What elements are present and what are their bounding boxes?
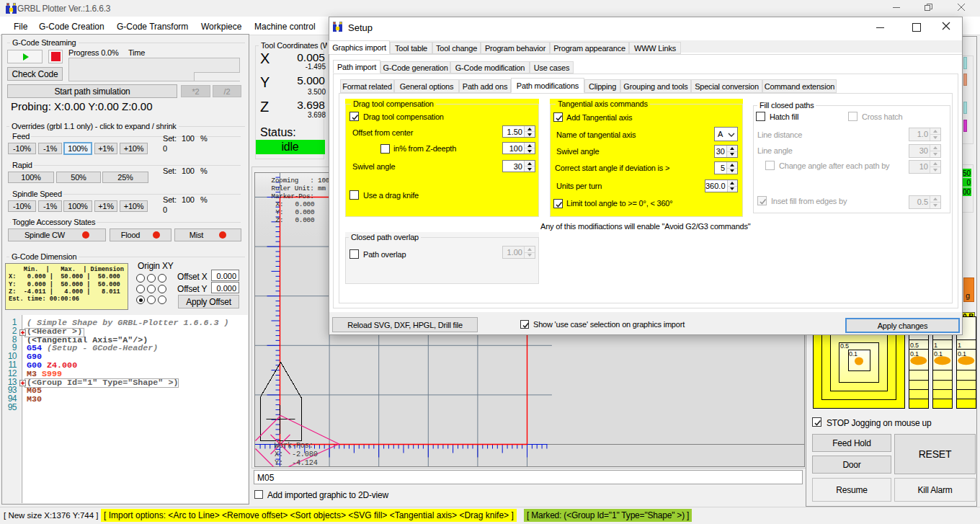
svg-text:Zooming : 100 %: Zooming : 100 % [271,176,337,184]
svg-text:0.1: 0.1 [849,350,858,358]
svg-text:X: -2.080: X: -2.080 [275,449,318,458]
svg-text:X: 0.000: X: 0.000 [275,200,314,208]
svg-text:Y: 0.000: Y: 0.000 [275,208,314,216]
svg-text:0.5: 0.5 [840,342,849,350]
svg-text:Y: -4.124: Y: -4.124 [275,458,318,466]
svg-text:1: 1 [934,342,937,349]
svg-text:Z: 0.000: Z: 0.000 [275,216,314,223]
svg-text:Marker-Pos:: Marker-Pos: [271,192,313,200]
svg-text:Ruler Unit: mm: Ruler Unit: mm [271,184,326,192]
svg-text:1: 1 [958,342,961,349]
svg-text:0.5: 0.5 [910,342,919,349]
svg-text:Work-Pos:: Work-Pos: [275,440,313,449]
